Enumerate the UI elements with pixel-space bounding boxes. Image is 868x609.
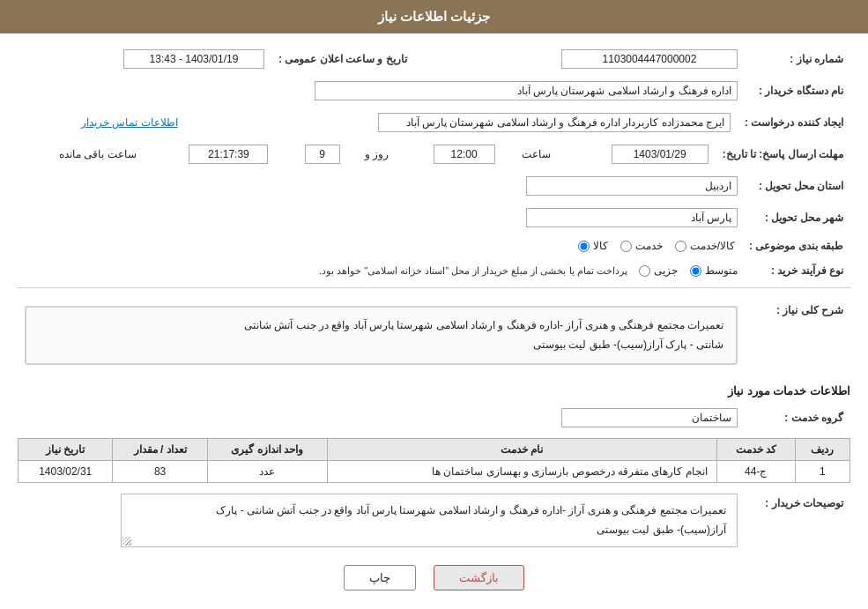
- mohlat-rooz-input[interactable]: [305, 145, 340, 164]
- col-tedad: تعداد / مقدار: [113, 439, 207, 461]
- tabaqe-radios: کالا/خدمت خدمت کالا: [18, 236, 742, 256]
- ijadKonande-value: [185, 109, 738, 136]
- tabaqe-label: طبقه بندی موضوعی :: [742, 236, 850, 256]
- namDastgah-value: [18, 78, 745, 104]
- services-table: ردیف کد خدمت نام خدمت واحد اندازه گیری ت…: [18, 438, 850, 483]
- col-nam: نام خدمت: [327, 439, 716, 461]
- ostan-label: استان محل تحویل :: [745, 173, 850, 199]
- info-row-1: شماره نیاز : تاریخ و ساعت اعلان عمومی :: [18, 46, 850, 72]
- buttons-row: بازگشت چاپ: [18, 565, 850, 590]
- info-gerohe: گروه خدمت :: [18, 405, 850, 431]
- cell-tedad: 83: [113, 461, 207, 483]
- info-row-7: طبقه بندی موضوعی : کالا/خدمت خدمت کالا: [18, 236, 850, 256]
- namDastgah-input[interactable]: [315, 81, 738, 100]
- radio-khadamat-label: خدمت: [635, 240, 663, 252]
- rooz-label: روز و: [365, 148, 389, 160]
- col-radif: ردیف: [795, 439, 849, 461]
- sharh-value: تعمیرات مجتمع فرهنگی و هنری آراز -اداره …: [18, 295, 745, 375]
- cell-nam: انجام کارهای متفرقه درخصوص بازسازی و بهس…: [327, 461, 716, 483]
- namDastgah-label: نام دستگاه خریدار :: [745, 78, 850, 104]
- cell-vahed: عدد: [207, 461, 327, 483]
- gerohe-value: [18, 405, 745, 431]
- mohlat-date-input[interactable]: [612, 145, 708, 164]
- radio-jozii[interactable]: جزیی: [639, 264, 678, 277]
- mohlat-rooz-label: روز و: [347, 141, 392, 167]
- radio-motawaset-label: متوسط: [705, 264, 738, 277]
- table-row: 1 ج-44 انجام کارهای متفرقه درخصوص بازساز…: [19, 461, 850, 483]
- mohlat-saat-input[interactable]: [434, 145, 495, 164]
- noeFarayand-radios: متوسط جزیی پرداخت تمام یا بخشی از مبلغ خ…: [18, 261, 745, 280]
- mohlat-saat-cell: [392, 141, 502, 167]
- shomareNiaz-input[interactable]: [561, 49, 738, 69]
- farayand-note: پرداخت تمام یا بخشی از مبلغ خریدار از مح…: [319, 265, 627, 276]
- buyer-desc-line2: آراز(سیب)- طبق لیت بیوستی: [597, 524, 726, 536]
- info-row-5: استان محل تحویل :: [18, 173, 850, 199]
- buyer-desc-line1: تعمیرات مجتمع فرهنگی و هنری آراز -اداره …: [216, 504, 726, 516]
- baqi-label: ساعت باقی مانده: [59, 148, 137, 160]
- radio-kala-label: کالا: [593, 240, 608, 252]
- radio-khadamat[interactable]: خدمت: [620, 240, 663, 252]
- radio-kala[interactable]: کالا: [578, 240, 608, 252]
- info-row-3: ایجاد کننده درخواست : اطلاعات تماس خریدا…: [18, 109, 850, 136]
- shomareNiaz-label: شماره نیاز :: [745, 46, 850, 72]
- resize-handle: [122, 537, 131, 546]
- cell-tarikh: 1403/02/31: [19, 461, 113, 483]
- khadamat-section-title: اطلاعات خدمات مورد نیاز: [18, 384, 850, 397]
- radio-jozii-label: جزیی: [654, 264, 678, 277]
- page-wrapper: جزئیات اطلاعات نیاز شماره نیاز : تاریخ و…: [0, 0, 868, 609]
- buyer-desc-box: تعمیرات مجتمع فرهنگی و هنری آراز -اداره …: [121, 494, 738, 547]
- ostan-value: [110, 173, 745, 199]
- back-button[interactable]: بازگشت: [434, 565, 524, 590]
- col-kod: کد خدمت: [716, 439, 795, 461]
- content-area: شماره نیاز : تاریخ و ساعت اعلان عمومی : …: [0, 33, 868, 609]
- info-sharh: شرح کلی نیاز : تعمیرات مجتمع فرهنگی و هن…: [18, 295, 850, 375]
- col-tarikh: تاریخ نیاز: [19, 439, 113, 461]
- sharh-text-line2: شانتی - پارک آراز(سیب)- طبق لیت بیوستی: [533, 338, 723, 351]
- mohlat-label: مهلت ارسال پاسخ: تا تاریخ:: [716, 141, 850, 167]
- info-row-6: شهر محل تحویل :: [18, 204, 850, 231]
- tarikh-label: تاریخ و ساعت اعلان عمومی :: [271, 46, 434, 72]
- page-header: جزئیات اطلاعات نیاز: [0, 0, 868, 33]
- info-row-2: نام دستگاه خریدار :: [18, 78, 850, 104]
- mohlat-baqi-label: ساعت باقی مانده: [18, 141, 140, 167]
- mohlat-baqi-cell: [140, 141, 276, 167]
- col-vahed: واحد اندازه گیری: [207, 439, 327, 461]
- cell-kod: ج-44: [716, 461, 795, 483]
- info-buyer-desc: توصیحات خریدار : تعمیرات مجتمع فرهنگی و …: [18, 490, 850, 551]
- radio-motawaset[interactable]: متوسط: [690, 264, 738, 277]
- radio-kala-khadamat-label: کالا/خدمت: [690, 240, 735, 252]
- shahr-value: [99, 204, 745, 231]
- sharh-label: شرح کلی نیاز :: [745, 295, 850, 375]
- shomareNiaz-value: [434, 46, 745, 72]
- tarikh-value: [18, 46, 271, 72]
- buyer-desc-value: تعمیرات مجتمع فرهنگی و هنری آراز -اداره …: [18, 490, 745, 551]
- ijadKonande-label: ایجاد کننده درخواست :: [738, 109, 850, 136]
- ettelaat-link-cell: اطلاعات تماس خریدار: [18, 109, 185, 136]
- ettelaat-link[interactable]: اطلاعات تماس خریدار: [81, 116, 178, 129]
- sharh-box: تعمیرات مجتمع فرهنگی و هنری آراز -اداره …: [25, 306, 738, 365]
- info-row-8: نوع فرآیند خرید : متوسط جزیی پرداخت: [18, 261, 850, 280]
- noeFarayand-label: نوع فرآیند خرید :: [745, 261, 850, 280]
- shahr-input[interactable]: [526, 208, 738, 227]
- ijadKonande-input[interactable]: [378, 113, 731, 132]
- tarikh-input[interactable]: [123, 49, 264, 69]
- ostan-input[interactable]: [526, 176, 738, 196]
- gerohe-input[interactable]: [561, 408, 738, 427]
- mohlat-saat-label: ساعت: [502, 141, 554, 167]
- gerohe-label: گروه خدمت :: [745, 405, 850, 431]
- mohlat-date-cell: [554, 141, 716, 167]
- saat-label: ساعت: [522, 148, 551, 160]
- mohlat-baqi-input[interactable]: [189, 145, 268, 164]
- page-title: جزئیات اطلاعات نیاز: [378, 9, 490, 24]
- divider-1: [18, 287, 850, 288]
- radio-kala-khadamat[interactable]: کالا/خدمت: [675, 240, 735, 252]
- print-button[interactable]: چاپ: [344, 565, 416, 590]
- mohlat-rooz-cell: [275, 141, 346, 167]
- shahr-label: شهر محل تحویل :: [745, 204, 850, 231]
- info-row-4: مهلت ارسال پاسخ: تا تاریخ: ساعت روز و: [18, 141, 850, 167]
- sharh-text-line1: تعمیرات مجتمع فرهنگی و هنری آراز -اداره …: [244, 319, 723, 331]
- buyer-desc-label: توصیحات خریدار :: [745, 490, 850, 551]
- cell-radif: 1: [795, 461, 849, 483]
